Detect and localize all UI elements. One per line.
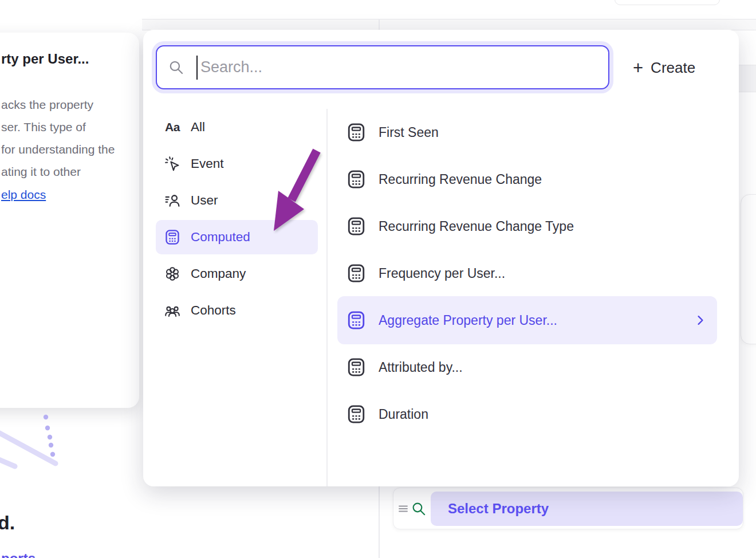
property-item-label: Aggregate Property per User...	[379, 313, 557, 328]
company-cluster-icon	[164, 266, 180, 282]
category-label: All	[191, 120, 205, 135]
category-tab-computed[interactable]: Computed	[156, 220, 318, 254]
calculator-icon	[346, 264, 366, 283]
clipped-heading-fragment: d.	[0, 512, 15, 534]
property-item-recurring-revenue-change[interactable]: Recurring Revenue Change	[337, 163, 717, 195]
category-label: Cohorts	[191, 303, 236, 318]
tooltip-body-line: ser. This type of	[1, 120, 86, 134]
background-partial-card-top	[615, 0, 720, 5]
background-partial-card-right	[741, 194, 756, 344]
search-placeholder: Search...	[200, 58, 262, 76]
drag-handle-icon[interactable]	[399, 504, 408, 513]
property-item-label: Recurring Revenue Change	[379, 172, 542, 187]
select-property-label: Select Property	[448, 501, 549, 517]
property-item-duration[interactable]: Duration	[337, 398, 717, 430]
category-label: Computed	[191, 230, 250, 245]
category-label: Event	[191, 156, 224, 171]
tooltip-body-line: ating it to other	[1, 165, 81, 179]
category-tab-all[interactable]: Aa All	[156, 115, 318, 140]
category-tab-cohorts[interactable]: Cohorts	[156, 298, 318, 323]
category-tab-event[interactable]: Event	[156, 151, 318, 176]
calculator-icon	[164, 229, 180, 245]
chevron-right-icon	[694, 314, 707, 327]
app-background: rty per User... acks the property ser. T…	[0, 0, 756, 558]
select-property-row: Select Property	[393, 488, 743, 529]
property-item-label: Frequency per User...	[379, 266, 505, 281]
calculator-icon	[346, 217, 366, 236]
search-icon	[168, 60, 184, 75]
property-search-icon	[411, 501, 426, 516]
category-tab-company[interactable]: Company	[156, 261, 318, 286]
calculator-icon	[346, 357, 366, 377]
select-property-button[interactable]: Select Property	[431, 492, 743, 526]
plus-icon: +	[633, 59, 643, 77]
help-docs-link[interactable]: elp docs	[1, 188, 46, 202]
cohorts-people-icon	[164, 302, 180, 319]
category-label: Company	[191, 266, 246, 281]
create-button[interactable]: + Create	[633, 53, 695, 82]
calculator-icon	[346, 123, 366, 142]
tooltip-title: rty per User...	[1, 51, 89, 67]
background-partial-band-right	[739, 65, 756, 92]
calculator-icon	[346, 311, 366, 330]
column-divider	[326, 109, 328, 486]
property-item-first-seen[interactable]: First Seen	[337, 116, 717, 148]
property-tooltip-card	[0, 33, 139, 408]
property-item-label: First Seen	[379, 125, 439, 140]
create-button-label: Create	[651, 59, 695, 77]
property-item-label: Recurring Revenue Change Type	[379, 219, 574, 234]
aa-icon: Aa	[164, 119, 180, 135]
property-item-attributed-by[interactable]: Attributed by...	[337, 351, 717, 383]
event-click-icon	[164, 156, 180, 172]
category-tab-user[interactable]: User	[156, 188, 318, 213]
property-item-label: Duration	[379, 407, 428, 422]
tooltip-body-line: acks the property	[1, 98, 93, 112]
property-item-frequency-per-user[interactable]: Frequency per User...	[337, 257, 717, 289]
property-item-aggregate-property-per-user[interactable]: Aggregate Property per User...	[337, 296, 717, 344]
search-input[interactable]: Search...	[156, 45, 609, 89]
tooltip-body-line: for understanding the	[1, 143, 115, 156]
text-caret	[196, 56, 198, 80]
calculator-icon	[346, 170, 366, 189]
clipped-link-fragment[interactable]: ports	[1, 551, 36, 558]
property-item-recurring-revenue-change-type[interactable]: Recurring Revenue Change Type	[337, 210, 717, 242]
calculator-icon	[346, 404, 366, 424]
background-toolbar-band	[142, 19, 756, 30]
category-label: User	[191, 193, 218, 208]
user-list-icon	[164, 192, 180, 209]
property-item-label: Attributed by...	[379, 360, 463, 375]
property-picker-modal: Search... + Create Aa All Event User Com…	[143, 30, 739, 486]
